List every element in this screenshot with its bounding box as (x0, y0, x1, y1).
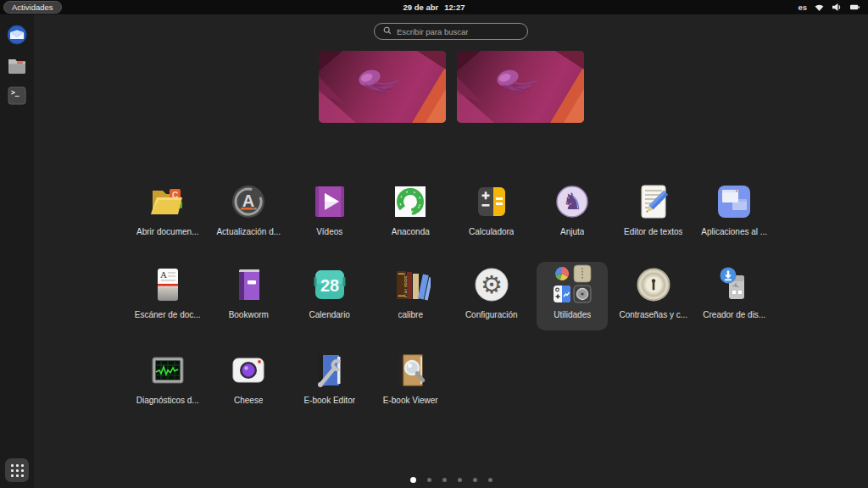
svg-text:♞: ♞ (562, 189, 582, 214)
videos-icon (309, 181, 350, 222)
web-apps-icon (714, 181, 754, 222)
search-input[interactable]: Escribir para buscar (374, 23, 528, 40)
office-folder-icon: C (147, 181, 188, 222)
cheese-icon (228, 350, 269, 391)
app-utilidades[interactable]: Utilidades (537, 262, 608, 330)
app-diagnósticos-d[interactable]: Diagnósticos d... (132, 347, 203, 413)
ebook-editor-icon (309, 350, 350, 391)
utilities-folder-icon (552, 264, 593, 305)
app-creador-de-dis[interactable]: Creador de dis... (698, 262, 770, 328)
app-label: Creador de dis... (703, 310, 765, 319)
app-grid: CAbrir documen...AActualización d...Víde… (127, 179, 775, 413)
app-label: Contraseñas y c... (619, 310, 687, 319)
app-vídeos[interactable]: Vídeos (294, 179, 365, 245)
app-abrir-documen[interactable]: CAbrir documen... (132, 179, 203, 245)
page-dot-5[interactable] (473, 478, 477, 482)
app-configuración[interactable]: ⚙Configuración (456, 262, 527, 328)
thunderbird-icon (6, 24, 28, 46)
update-manager-icon: A (228, 181, 269, 222)
calculator-icon (471, 181, 512, 222)
top-bar: Actividades 29 de abr 12:27 es (0, 0, 868, 14)
app-label: Vídeos (316, 227, 342, 236)
page-dot-4[interactable] (458, 478, 462, 482)
page-dot-1[interactable] (410, 477, 416, 483)
system-status-area[interactable]: es (794, 0, 864, 14)
app-label: Aplicaciones al ... (701, 227, 767, 236)
svg-text:28: 28 (320, 276, 339, 295)
app-label: Configuración (465, 310, 518, 319)
app-calibre[interactable]: CALIBREcalibre (375, 262, 446, 328)
bookworm-icon (228, 264, 269, 305)
svg-text:>_: >_ (11, 89, 19, 97)
dock-item-terminal[interactable]: >_ (6, 85, 28, 107)
document-scanner-icon: A (147, 264, 188, 305)
svg-text:⚙: ⚙ (481, 271, 503, 298)
volume-icon[interactable] (832, 3, 843, 12)
app-actualización-d[interactable]: AActualización d... (213, 179, 284, 245)
app-contraseñas-y-c[interactable]: Contraseñas y c... (618, 262, 689, 328)
app-label: Calculadora (469, 227, 514, 236)
search-icon (383, 26, 392, 36)
search-placeholder: Escribir para buscar (397, 27, 468, 36)
app-anjuta[interactable]: ♞Anjuta (537, 179, 608, 245)
app-label: Cheese (234, 396, 263, 405)
app-cheese[interactable]: Cheese (213, 347, 284, 413)
app-label: Bookworm (229, 310, 269, 319)
app-escáner-de-doc[interactable]: AEscáner de doc... (132, 262, 203, 328)
app-label: Anjuta (560, 227, 584, 236)
workspace-thumbnail-2[interactable] (457, 51, 584, 123)
app-label: Escáner de doc... (135, 310, 201, 319)
dock-item-thunderbird[interactable] (6, 24, 28, 46)
app-editor-de-textos[interactable]: Editor de textos (618, 179, 689, 245)
svg-text:A: A (242, 191, 254, 210)
search-row: Escribir para buscar (34, 23, 868, 40)
app-label: E-book Editor (303, 396, 355, 405)
wifi-icon[interactable] (814, 3, 825, 12)
app-label: Abrir documen... (136, 227, 198, 236)
calibre-icon: CALIBRE (390, 264, 431, 305)
files-icon (6, 54, 28, 76)
app-label: calibre (398, 310, 423, 319)
settings-icon: ⚙ (471, 264, 512, 305)
text-editor-icon (633, 181, 674, 222)
terminal-icon: >_ (6, 85, 28, 107)
battery-icon[interactable] (849, 3, 860, 12)
app-calendario[interactable]: 28Calendario (294, 262, 365, 328)
clock[interactable]: 29 de abr 12:27 (403, 3, 465, 12)
clock-date: 29 de abr (403, 3, 438, 12)
app-label: Utilidades (554, 310, 591, 319)
disk-creator-icon (714, 264, 754, 305)
page-dot-3[interactable] (442, 478, 447, 482)
app-grid-icon (11, 464, 24, 477)
app-e-book-viewer[interactable]: E-book Viewer (375, 347, 446, 413)
show-applications-button[interactable] (5, 458, 29, 482)
activities-button[interactable]: Actividades (3, 1, 62, 14)
page-dot-2[interactable] (427, 478, 431, 482)
dock-item-files[interactable] (6, 54, 28, 76)
workspace-thumbnail-1[interactable] (319, 51, 446, 123)
app-label: Editor de textos (624, 227, 682, 236)
app-bookworm[interactable]: Bookworm (213, 262, 284, 328)
svg-text:A: A (160, 269, 167, 280)
passwords-icon (633, 264, 674, 305)
diagnostics-icon (147, 350, 188, 391)
app-calculadora[interactable]: Calculadora (456, 179, 527, 245)
workspace-switcher (34, 51, 868, 123)
clock-time: 12:27 (444, 3, 465, 12)
app-label: Actualización d... (216, 227, 281, 236)
app-anaconda[interactable]: Anaconda (375, 179, 446, 245)
anaconda-icon (390, 181, 431, 222)
dock: >_ (0, 14, 34, 488)
ebook-viewer-icon (390, 350, 431, 391)
app-e-book-editor[interactable]: E-book Editor (294, 347, 365, 413)
app-aplicaciones-al[interactable]: Aplicaciones al ... (698, 179, 770, 245)
keyboard-layout-indicator[interactable]: es (798, 3, 807, 12)
app-label: Diagnósticos d... (136, 396, 199, 405)
app-label: E-book Viewer (383, 396, 438, 405)
page-dot-6[interactable] (488, 478, 492, 482)
app-label: Anaconda (392, 227, 430, 236)
page-indicator (34, 477, 868, 483)
app-label: Calendario (309, 310, 350, 319)
calendar-icon: 28 (309, 264, 350, 305)
anjuta-icon: ♞ (552, 181, 593, 222)
